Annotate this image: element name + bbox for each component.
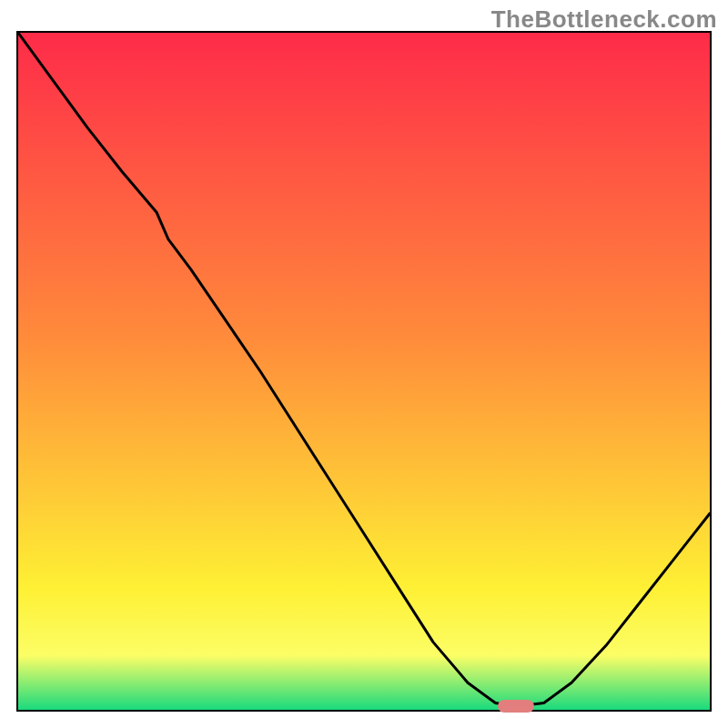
chart-root: TheBottleneck.com	[0, 0, 728, 728]
attribution-label: TheBottleneck.com	[491, 5, 717, 34]
plot-svg	[18, 33, 710, 710]
background-gradient-rect	[18, 33, 710, 710]
